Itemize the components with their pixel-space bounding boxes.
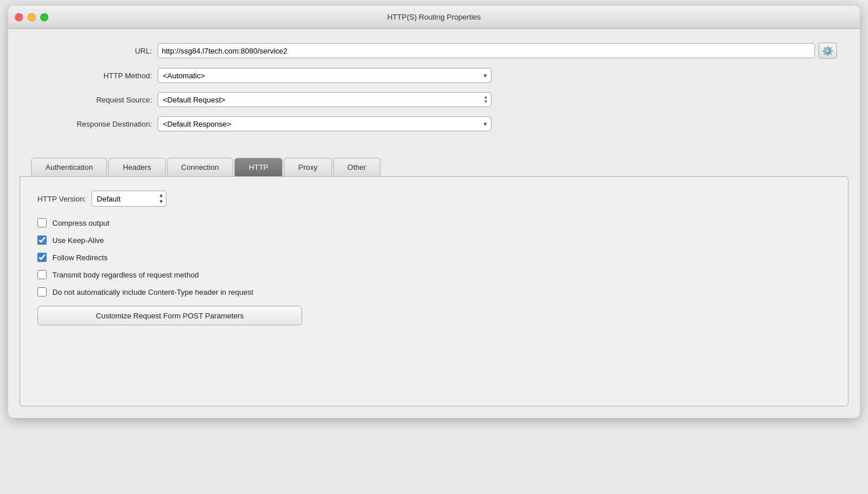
url-label: URL: xyxy=(31,47,158,55)
use-keep-alive-checkbox[interactable] xyxy=(37,235,47,245)
compress-output-label: Compress output xyxy=(52,219,109,227)
response-destination-label: Response Destination: xyxy=(31,120,158,128)
follow-redirects-row: Follow Redirects xyxy=(37,253,831,262)
url-field-container: ⚙️ xyxy=(158,43,837,59)
tab-headers[interactable]: Headers xyxy=(108,158,165,176)
minimize-button[interactable] xyxy=(28,13,36,21)
http-version-label: HTTP Version: xyxy=(37,195,86,203)
request-source-label: Request Source: xyxy=(31,96,158,104)
response-destination-row: Response Destination: <Default Response>… xyxy=(31,116,837,131)
follow-redirects-label: Follow Redirects xyxy=(52,253,108,262)
request-source-row: Request Source: <Default Request> ▲▼ xyxy=(31,92,837,107)
http-method-select[interactable]: <Automatic> GET POST PUT DELETE xyxy=(158,68,492,83)
tabs-container: Authentication Headers Connection HTTP P… xyxy=(8,158,860,176)
customize-request-form-button[interactable]: Customize Request Form POST Parameters xyxy=(37,306,302,325)
http-version-row: HTTP Version: Default HTTP/1.0 HTTP/1.1 … xyxy=(37,191,831,207)
response-destination-select[interactable]: <Default Response> xyxy=(158,116,492,131)
maximize-button[interactable] xyxy=(40,13,48,21)
tab-authentication[interactable]: Authentication xyxy=(31,158,107,176)
url-row: URL: ⚙️ xyxy=(31,43,837,59)
transmit-body-label: Transmit body regardless of request meth… xyxy=(52,271,199,279)
settings-icon: ⚙️ xyxy=(822,45,833,56)
compress-output-checkbox[interactable] xyxy=(37,218,47,227)
http-version-select[interactable]: Default HTTP/1.0 HTTP/1.1 HTTP/2 xyxy=(92,191,166,207)
http-method-row: HTTP Method: <Automatic> GET POST PUT DE… xyxy=(31,68,837,83)
url-input[interactable] xyxy=(158,43,815,58)
http-method-select-wrapper: <Automatic> GET POST PUT DELETE ▼ xyxy=(158,68,492,83)
use-keep-alive-label: Use Keep-Alive xyxy=(52,236,104,245)
http-version-stepper-wrapper: Default HTTP/1.0 HTTP/1.1 HTTP/2 ▲▼ xyxy=(92,191,166,207)
tab-http[interactable]: HTTP xyxy=(234,158,283,176)
response-destination-select-wrapper: <Default Response> ▼ xyxy=(158,116,492,131)
no-content-type-label: Do not automatically include Content-Typ… xyxy=(52,288,253,297)
tab-proxy[interactable]: Proxy xyxy=(284,158,332,176)
titlebar: HTTP(S) Routing Properties xyxy=(8,6,860,29)
request-source-select[interactable]: <Default Request> xyxy=(158,92,492,107)
tab-other[interactable]: Other xyxy=(333,158,381,176)
compress-output-row: Compress output xyxy=(37,218,831,227)
follow-redirects-checkbox[interactable] xyxy=(37,253,47,262)
main-window: HTTP(S) Routing Properties URL: ⚙️ HTTP … xyxy=(8,6,860,418)
transmit-body-row: Transmit body regardless of request meth… xyxy=(37,270,831,279)
no-content-type-row: Do not automatically include Content-Typ… xyxy=(37,287,831,297)
http-method-label: HTTP Method: xyxy=(31,71,158,80)
main-content: URL: ⚙️ HTTP Method: <Automatic> GET POS… xyxy=(8,29,860,152)
close-button[interactable] xyxy=(15,13,23,21)
transmit-body-checkbox[interactable] xyxy=(37,270,47,279)
tab-connection[interactable]: Connection xyxy=(167,158,234,176)
request-source-select-wrapper: <Default Request> ▲▼ xyxy=(158,92,492,107)
window-controls xyxy=(15,13,48,21)
url-icon-button[interactable]: ⚙️ xyxy=(818,43,837,59)
use-keep-alive-row: Use Keep-Alive xyxy=(37,235,831,245)
tab-panel-http: HTTP Version: Default HTTP/1.0 HTTP/1.1 … xyxy=(20,176,848,406)
window-title: HTTP(S) Routing Properties xyxy=(387,13,481,21)
no-content-type-checkbox[interactable] xyxy=(37,287,47,297)
